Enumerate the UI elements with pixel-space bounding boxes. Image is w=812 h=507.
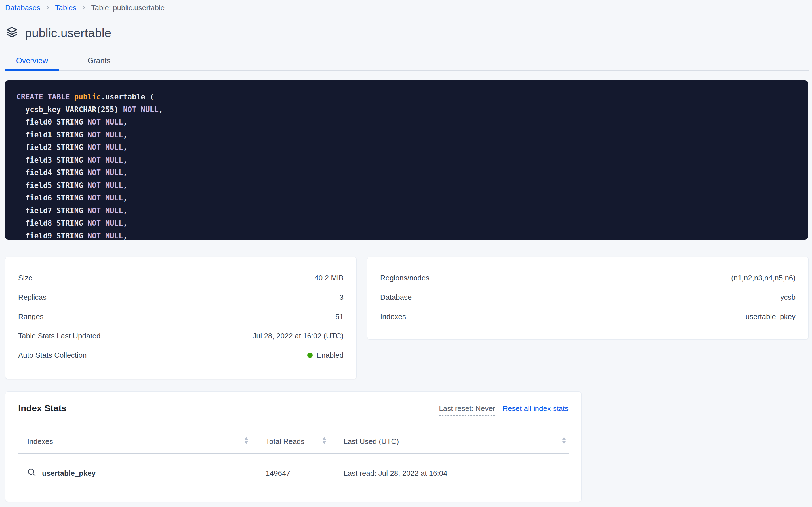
index-table-header: Indexes Total Reads Last Used (UTC)	[18, 430, 569, 453]
search-icon	[27, 468, 36, 479]
table-stats-card: Size 40.2 MiB Replicas 3 Ranges 51 Table…	[5, 257, 357, 379]
status-text: Enabled	[317, 351, 343, 360]
reset-all-index-stats-link[interactable]: Reset all index stats	[502, 404, 569, 413]
total-reads-value: 149647	[265, 469, 290, 478]
stat-row-size: Size 40.2 MiB	[18, 268, 343, 288]
stat-row-replicas: Replicas 3	[18, 288, 343, 307]
tab-overview[interactable]: Overview	[5, 52, 59, 70]
breadcrumb-tables[interactable]: Tables	[55, 3, 76, 12]
index-table-row: usertable_pkey 149647 Last read: Jul 28,…	[18, 454, 569, 493]
stat-label: Ranges	[18, 312, 44, 321]
stat-row-regions: Regions/nodes (n1,n2,n3,n4,n5,n6)	[380, 268, 796, 288]
column-header-indexes[interactable]: Indexes	[18, 430, 256, 453]
last-used-cell: Last read: Jul 28, 2022 at 16:04	[334, 469, 569, 478]
stat-value: 51	[335, 312, 343, 321]
tab-grants[interactable]: Grants	[73, 52, 125, 70]
stat-label: Indexes	[380, 312, 406, 321]
chevron-right-icon	[81, 4, 86, 11]
stat-value: ycsb	[780, 293, 796, 302]
page-title: public.usertable	[25, 26, 111, 40]
stat-label: Regions/nodes	[380, 274, 429, 282]
index-stats-card: Index Stats Last reset: Never Reset all …	[5, 391, 582, 502]
reset-area: Last reset: Never Reset all index stats	[439, 404, 569, 416]
stat-row-database: Database ycsb	[380, 288, 796, 307]
stat-label: Table Stats Last Updated	[18, 332, 101, 340]
last-reset-label: Last reset: Never	[439, 404, 495, 416]
breadcrumb: Databases Tables Table: public.usertable	[5, 3, 809, 12]
sort-icon[interactable]	[322, 437, 326, 447]
stat-row-indexes: Indexes usertable_pkey	[380, 307, 796, 326]
column-label: Total Reads	[265, 437, 304, 446]
status-dot-green	[307, 352, 313, 358]
index-stats-header: Index Stats Last reset: Never Reset all …	[18, 403, 569, 418]
table-details-page: Databases Tables Table: public.usertable…	[0, 0, 812, 507]
stat-value: 3	[339, 293, 343, 302]
breadcrumb-databases[interactable]: Databases	[5, 3, 40, 12]
sort-icon[interactable]	[244, 437, 249, 447]
tab-bar: Overview Grants	[5, 52, 809, 71]
page-title-row: public.usertable	[5, 24, 809, 42]
stat-value: usertable_pkey	[746, 312, 796, 321]
stat-label: Size	[18, 274, 33, 282]
column-header-total-reads[interactable]: Total Reads	[256, 430, 334, 453]
column-header-last-used[interactable]: Last Used (UTC)	[334, 430, 569, 453]
stat-value: Jul 28, 2022 at 16:02 (UTC)	[252, 332, 343, 340]
stat-value: (n1,n2,n3,n4,n5,n6)	[731, 274, 796, 282]
status-value: Enabled	[307, 351, 343, 360]
create-table-sql-block: CREATE TABLE public.usertable ( ycsb_key…	[5, 80, 808, 240]
stat-value: 40.2 MiB	[314, 274, 343, 282]
last-used-value: Last read: Jul 28, 2022 at 16:04	[343, 469, 447, 478]
index-stats-title: Index Stats	[18, 403, 67, 413]
column-label: Indexes	[27, 437, 53, 446]
stat-label: Replicas	[18, 293, 47, 302]
stat-label: Database	[380, 293, 412, 302]
sort-icon[interactable]	[562, 437, 566, 447]
stat-row-stats-updated: Table Stats Last Updated Jul 28, 2022 at…	[18, 326, 343, 345]
index-name-cell: usertable_pkey	[18, 468, 256, 479]
chevron-right-icon	[45, 4, 50, 11]
row-divider	[18, 493, 569, 493]
index-name-link[interactable]: usertable_pkey	[42, 469, 96, 478]
stat-row-ranges: Ranges 51	[18, 307, 343, 326]
column-label: Last Used (UTC)	[343, 437, 399, 446]
details-cards-row: Size 40.2 MiB Replicas 3 Ranges 51 Table…	[5, 257, 809, 379]
breadcrumb-current: Table: public.usertable	[91, 3, 165, 12]
table-info-card: Regions/nodes (n1,n2,n3,n4,n5,n6) Databa…	[367, 257, 809, 340]
layers-stack-icon	[5, 25, 19, 40]
stat-label: Auto Stats Collection	[18, 351, 86, 360]
stat-row-auto-stats: Auto Stats Collection Enabled	[18, 345, 343, 365]
total-reads-cell: 149647	[256, 469, 334, 478]
